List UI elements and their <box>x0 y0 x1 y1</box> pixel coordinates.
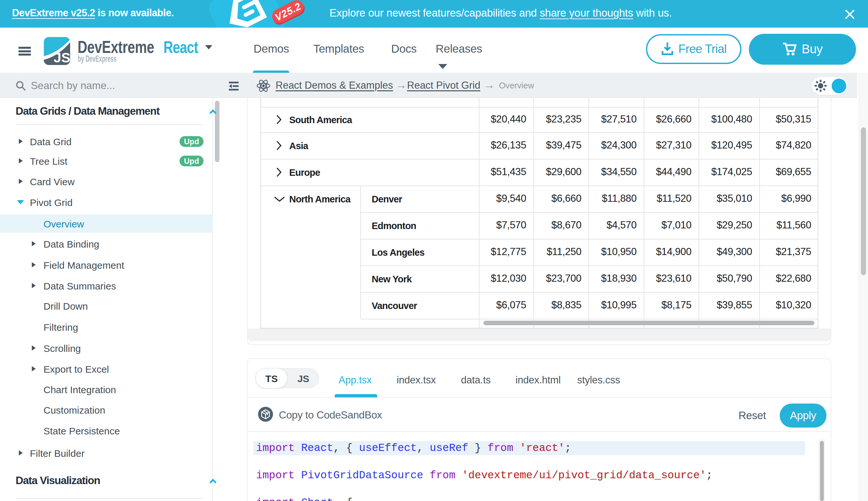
svg-text:by DevExpress: by DevExpress <box>78 54 117 64</box>
svg-text:React: React <box>163 38 198 56</box>
svg-text:JS: JS <box>54 50 70 65</box>
